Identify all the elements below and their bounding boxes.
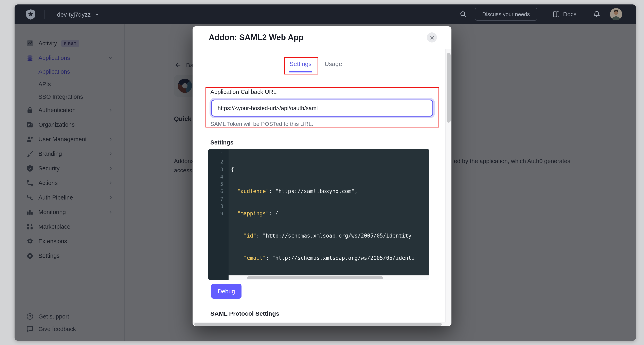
callback-url-input[interactable] <box>211 100 433 117</box>
close-button[interactable] <box>427 32 437 43</box>
modal-title: Addon: SAML2 Web App <box>209 33 304 42</box>
avatar[interactable] <box>610 8 622 20</box>
modal-hscroll-thumb[interactable] <box>194 323 442 325</box>
editor-code: { "audience": "https://saml.boxyhq.com",… <box>228 151 415 280</box>
debug-button[interactable]: Debug <box>211 284 242 299</box>
modal-vertical-scrollbar[interactable] <box>446 49 451 322</box>
close-icon <box>430 35 434 40</box>
tenant-name: dev-tyj7qyzz <box>57 11 91 18</box>
code-line: "audience": "https://saml.boxyhq.com", <box>231 188 415 195</box>
book-icon <box>552 11 560 18</box>
discuss-needs-button[interactable]: Discuss your needs <box>475 8 537 21</box>
topbar-divider <box>44 10 45 19</box>
search-icon[interactable] <box>460 11 467 18</box>
docs-link[interactable]: Docs <box>552 5 576 24</box>
settings-section-label: Settings <box>210 139 234 146</box>
callback-url-helper: SAML Token will be POSTed to this URL. <box>210 121 313 127</box>
annotation-box-settings-tab <box>284 57 318 75</box>
notifications-bell-icon[interactable] <box>593 11 600 18</box>
code-line: { <box>231 166 415 173</box>
addon-saml2-modal: Addon: SAML2 Web App Settings Usage Appl… <box>192 26 452 326</box>
code-line: "id": "http://schemas.xmlsoap.org/ws/200… <box>231 232 415 240</box>
editor-horizontal-scrollbar[interactable] <box>228 275 429 280</box>
callback-url-label: Application Callback URL <box>210 89 276 95</box>
docs-label: Docs <box>563 11 576 18</box>
chevron-down-icon <box>95 12 99 17</box>
code-line: "email": "http://schemas.xmlsoap.org/ws/… <box>231 254 415 262</box>
auth0-logo-icon <box>26 9 36 20</box>
editor-line-numbers: 12 34 56 78 9 <box>208 151 228 217</box>
tenant-switcher[interactable]: dev-tyj7qyzz <box>57 5 99 24</box>
tab-usage[interactable]: Usage <box>324 60 343 67</box>
topbar: dev-tyj7qyzz Discuss your needs Docs <box>14 5 636 24</box>
saml-protocol-settings-heading: SAML Protocol Settings <box>210 310 279 317</box>
browser-page: dev-tyj7qyzz Discuss your needs Docs <box>14 5 636 341</box>
screen: dev-tyj7qyzz Discuss your needs Docs <box>0 0 644 345</box>
code-line: "mappings": { <box>231 210 415 218</box>
modal-horizontal-scrollbar[interactable] <box>193 322 451 326</box>
json-code-editor[interactable]: 12 34 56 78 9 { "audience": "https://sam… <box>208 149 429 280</box>
modal-vscroll-thumb[interactable] <box>446 53 451 123</box>
tabs-divider <box>198 73 439 73</box>
editor-hscroll-thumb[interactable] <box>247 276 383 279</box>
